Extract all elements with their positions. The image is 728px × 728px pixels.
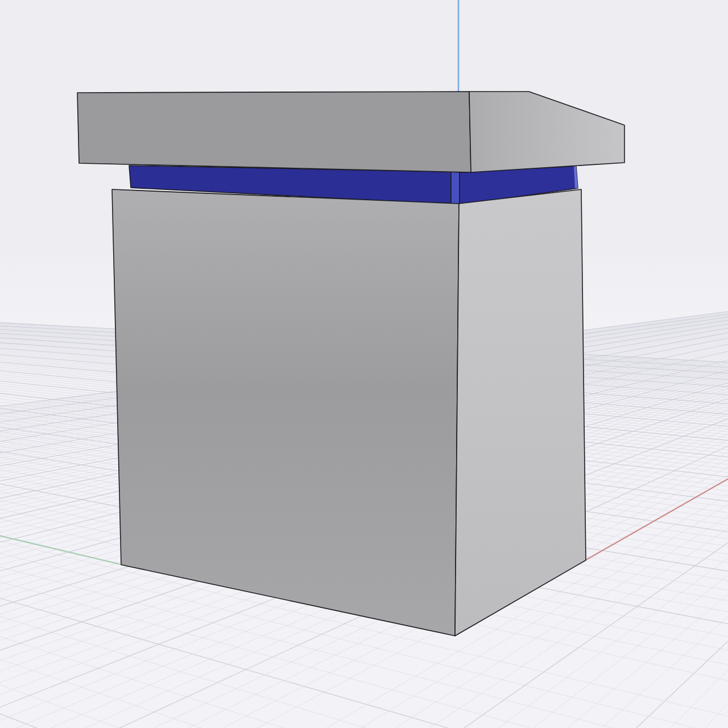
viewport-canvas[interactable] [0,0,728,728]
model-pedestal[interactable] [77,92,624,636]
cap-front-face[interactable] [77,92,471,172]
pedestal-cap[interactable] [77,92,624,172]
pedestal-body[interactable] [112,189,586,636]
band-corner-face[interactable] [451,172,460,205]
cad-viewport[interactable] [0,0,728,728]
body-right-face[interactable] [455,189,586,636]
body-front-face[interactable] [112,189,459,636]
